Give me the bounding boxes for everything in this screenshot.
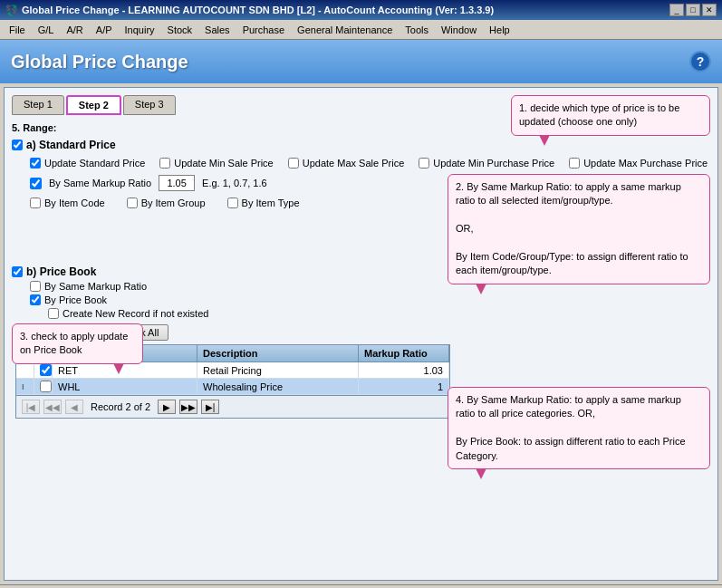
next-button[interactable]: ▶ [158, 400, 176, 414]
table-row[interactable]: I WHL Wholesaling Price 1 [16, 379, 449, 395]
menu-sales[interactable]: Sales [199, 23, 236, 37]
by-item-code-checkbox[interactable] [30, 198, 41, 208]
next-10-button[interactable]: ▶▶ [179, 400, 197, 414]
row-markup-1: 1.03 [359, 362, 449, 378]
col-markup-ratio: Markup Ratio [359, 345, 449, 361]
by-same-markup-ratio-label: By Same Markup Ratio [49, 178, 151, 188]
update-min-sale-price-checkbox[interactable] [159, 158, 170, 169]
row-desc-1: Retail Pricing [197, 362, 359, 378]
prev-10-button[interactable]: ◀◀ [43, 400, 62, 414]
update-min-sale-price-label: Update Min Sale Price [174, 158, 273, 169]
by-item-code-option: By Item Code [30, 198, 105, 208]
title-bar-text: Global Price Change - LEARNING AUTOCOUNT… [22, 5, 494, 15]
update-min-purchase-price-label: Update Min Purchase Price [433, 158, 554, 169]
row-markup-2: 1 [359, 379, 449, 394]
update-max-purchase-price-checkbox[interactable] [569, 158, 580, 169]
app-icon: 💱 [5, 5, 18, 16]
by-price-book-label: By Price Book [44, 294, 107, 305]
create-new-record-label: Create New Record if not existed [63, 308, 208, 319]
tab-step3[interactable]: Step 3 [123, 95, 176, 115]
row-desc-2: Wholesaling Price [197, 379, 359, 394]
standard-price-label: a) Standard Price [26, 139, 116, 151]
menu-inquiry[interactable]: Inquiry [120, 23, 160, 37]
title-bar-left: 💱 Global Price Change - LEARNING AUTOCOU… [5, 5, 494, 16]
close-button[interactable]: ✕ [702, 4, 717, 16]
update-max-sale-price-option: Update Max Sale Price [288, 158, 405, 169]
by-item-code-label: By Item Code [44, 198, 105, 208]
row-code-2: WHL [53, 379, 197, 394]
row-code-1: RET [53, 362, 197, 378]
standard-price-checkbox[interactable] [12, 140, 23, 150]
update-max-sale-price-checkbox[interactable] [288, 158, 299, 169]
tab-step1[interactable]: Step 1 [12, 95, 64, 115]
row-indicator-2: I [16, 379, 34, 394]
prev-button[interactable]: ◀ [65, 400, 83, 414]
maximize-button[interactable]: □ [686, 4, 700, 16]
by-same-markup-price-book-checkbox[interactable] [30, 281, 41, 292]
col-description: Description [197, 345, 359, 361]
record-count: Record 2 of 2 [91, 401, 150, 412]
app-title: Global Price Change [11, 52, 188, 72]
markup-value-input[interactable] [159, 175, 195, 191]
title-bar: 💱 Global Price Change - LEARNING AUTOCOU… [0, 0, 722, 20]
table-row[interactable]: RET Retail Pricing 1.03 [16, 362, 449, 379]
menu-stock[interactable]: Stock [162, 23, 198, 37]
create-new-record-checkbox[interactable] [48, 308, 59, 319]
main-content: 1. decide which type of price is to be u… [4, 87, 718, 581]
update-standard-price-option: Update Standard Price [30, 158, 145, 169]
menu-file[interactable]: File [4, 23, 31, 37]
markup-example: E.g. 1, 0.7, 1.6 [202, 178, 267, 188]
update-standard-price-checkbox[interactable] [30, 158, 41, 169]
app-header: Global Price Change ? [0, 40, 722, 83]
by-item-group-option: By Item Group [127, 198, 206, 208]
row-indicator-1 [16, 362, 34, 378]
update-min-sale-price-option: Update Min Sale Price [159, 158, 273, 169]
update-max-sale-price-label: Update Max Sale Price [303, 158, 405, 169]
help-button[interactable]: ? [689, 51, 711, 72]
menu-bar: File G/L A/R A/P Inquiry Stock Sales Pur… [0, 20, 722, 40]
minimize-button[interactable]: _ [669, 4, 684, 16]
by-same-markup-ratio-checkbox[interactable] [30, 178, 42, 189]
menu-ap[interactable]: A/P [91, 23, 118, 37]
row-check-1[interactable] [34, 362, 53, 378]
callout-3: 3. check to apply update on Price Book [12, 323, 143, 364]
menu-window[interactable]: Window [436, 23, 482, 37]
by-price-book-option: By Price Book [30, 294, 710, 305]
menu-tools[interactable]: Tools [400, 23, 434, 37]
callout-4: 4. By Same Markup Ratio: to apply a same… [448, 387, 710, 469]
update-min-purchase-price-checkbox[interactable] [419, 158, 429, 169]
price-types-row: Update Standard Price Update Min Sale Pr… [30, 155, 710, 171]
by-same-markup-price-book-label: By Same Markup Ratio [44, 281, 147, 292]
menu-general-maintenance[interactable]: General Maintenance [292, 23, 398, 37]
menu-gl[interactable]: G/L [33, 23, 60, 37]
by-item-type-option: By Item Type [227, 198, 300, 208]
menu-purchase[interactable]: Purchase [237, 23, 290, 37]
by-item-group-checkbox[interactable] [127, 198, 138, 208]
by-item-type-label: By Item Type [242, 198, 300, 208]
update-max-purchase-price-label: Update Max Purchase Price [583, 158, 708, 169]
menu-help[interactable]: Help [484, 23, 515, 37]
by-item-group-label: By Item Group [141, 198, 206, 208]
price-book-options: By Same Markup Ratio By Price Book Creat… [30, 281, 710, 319]
tab-step2[interactable]: Step 2 [66, 95, 121, 115]
first-page-button[interactable]: |◀ [22, 400, 40, 414]
update-standard-price-label: Update Standard Price [44, 158, 145, 169]
create-new-record-option: Create New Record if not existed [48, 308, 710, 319]
price-book-checkbox[interactable] [12, 266, 23, 277]
menu-ar[interactable]: A/R [61, 23, 88, 37]
price-book-label: b) Price Book [26, 265, 96, 278]
standard-price-section-header: a) Standard Price [12, 139, 710, 151]
row-check-2[interactable] [34, 379, 53, 394]
window-controls: _ □ ✕ [669, 4, 717, 16]
by-item-type-checkbox[interactable] [227, 198, 238, 208]
callout-1: 1. decide which type of price is to be u… [511, 95, 710, 136]
last-page-button[interactable]: ▶| [201, 400, 219, 414]
by-price-book-checkbox[interactable] [30, 294, 41, 305]
update-max-purchase-price-option: Update Max Purchase Price [569, 158, 708, 169]
callout-2: 2. By Same Markup Ratio: to apply a same… [448, 174, 710, 284]
pagination-bar: |◀ ◀◀ ◀ Record 2 of 2 ▶ ▶▶ ▶| [16, 395, 449, 418]
bottom-bar: < Back Next > Close [0, 584, 722, 588]
update-min-purchase-price-option: Update Min Purchase Price [419, 158, 554, 169]
